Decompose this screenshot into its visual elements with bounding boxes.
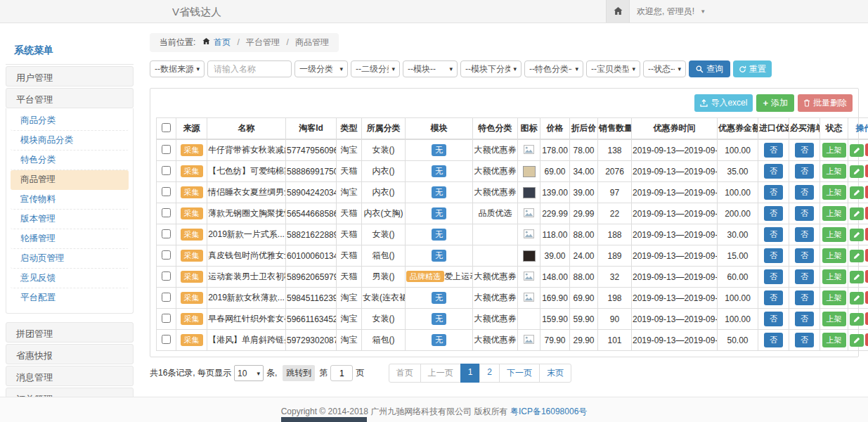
filter-select[interactable]: --特色分类--▾	[524, 60, 583, 77]
edit-button[interactable]	[850, 144, 864, 157]
must-buy-toggle[interactable]: 否	[795, 185, 814, 200]
sidebar-subitem[interactable]: 意见反馈	[11, 269, 129, 288]
batch-delete-button[interactable]: 批量删除	[798, 94, 853, 112]
import-select-toggle[interactable]: 否	[764, 248, 783, 263]
sidebar-subitem[interactable]: 轮播管理	[11, 229, 129, 249]
edit-button[interactable]	[850, 292, 864, 305]
filter-select[interactable]: --宝贝类型--▾	[586, 60, 640, 77]
status-button[interactable]: 上架	[822, 269, 846, 284]
edit-button[interactable]	[850, 271, 864, 283]
sidebar-subitem[interactable]: 商品分类	[11, 111, 129, 131]
sidebar-subitem[interactable]: 版本管理	[11, 210, 129, 229]
delete-button[interactable]	[865, 291, 868, 304]
must-buy-toggle[interactable]: 否	[795, 333, 814, 347]
filter-select[interactable]: --状态--▾	[643, 60, 686, 77]
row-checkbox[interactable]	[162, 166, 171, 175]
import-select-toggle[interactable]: 否	[764, 269, 783, 284]
row-checkbox[interactable]	[162, 229, 171, 238]
must-buy-toggle[interactable]: 否	[795, 290, 814, 305]
row-checkbox[interactable]	[162, 314, 171, 323]
edit-button[interactable]	[850, 186, 864, 199]
row-checkbox[interactable]	[162, 335, 171, 344]
status-button[interactable]: 上架	[822, 333, 846, 347]
filter-select[interactable]: --模块下分类--▾	[460, 60, 522, 77]
must-buy-toggle[interactable]: 否	[795, 312, 814, 326]
import-select-toggle[interactable]: 否	[764, 333, 783, 347]
reset-button[interactable]: 重置	[733, 60, 772, 77]
page-button[interactable]: 1	[460, 364, 481, 383]
sidebar-item[interactable]: 消息管理	[6, 366, 134, 386]
row-checkbox[interactable]	[162, 293, 171, 302]
must-buy-toggle[interactable]: 否	[795, 206, 814, 221]
status-button[interactable]: 上架	[822, 248, 846, 263]
sidebar-subitem[interactable]: 特色分类	[11, 151, 129, 170]
row-checkbox[interactable]	[162, 145, 171, 154]
import-select-toggle[interactable]: 否	[764, 143, 783, 158]
page-button[interactable]: 下一页	[499, 364, 540, 383]
filter-select[interactable]: --二级分类--▾	[351, 60, 400, 77]
filter-select[interactable]: 一级分类▾	[294, 60, 348, 77]
search-name-input[interactable]	[207, 60, 292, 77]
page-button[interactable]: 末页	[539, 364, 571, 383]
delete-button[interactable]	[865, 228, 868, 241]
edit-button[interactable]	[850, 207, 864, 220]
edit-button[interactable]	[850, 229, 864, 241]
sidebar-item[interactable]: 省惠快报	[6, 344, 134, 364]
delete-button[interactable]	[865, 186, 868, 198]
status-button[interactable]: 上架	[822, 185, 846, 200]
import-select-toggle[interactable]: 否	[764, 185, 783, 200]
edit-button[interactable]	[850, 250, 864, 262]
status-button[interactable]: 上架	[822, 164, 846, 179]
status-button[interactable]: 上架	[822, 206, 846, 221]
delete-button[interactable]	[865, 312, 868, 325]
status-button[interactable]: 上架	[822, 227, 846, 242]
status-button[interactable]: 上架	[822, 312, 846, 326]
delete-button[interactable]	[865, 207, 868, 219]
row-checkbox[interactable]	[162, 208, 171, 217]
import-select-toggle[interactable]: 否	[764, 312, 783, 326]
add-button[interactable]: + 添加	[756, 94, 794, 112]
must-buy-toggle[interactable]: 否	[795, 227, 814, 242]
delete-button[interactable]	[865, 270, 868, 283]
status-button[interactable]: 上架	[822, 290, 846, 305]
filter-select[interactable]: --模块--▾	[403, 60, 458, 77]
delete-button[interactable]	[865, 333, 868, 346]
page-button[interactable]: 上一页	[420, 364, 461, 383]
sidebar-item[interactable]: 拼团管理	[6, 322, 134, 343]
row-checkbox[interactable]	[162, 271, 171, 281]
must-buy-toggle[interactable]: 否	[795, 269, 814, 284]
select-all-checkbox[interactable]	[162, 123, 171, 132]
user-menu[interactable]: 欢迎您, 管理员! ▼	[637, 0, 706, 23]
edit-button[interactable]	[850, 313, 864, 326]
page-button[interactable]: 2	[479, 364, 500, 383]
icp-link[interactable]: 粤ICP备16098006号	[510, 407, 587, 416]
edit-button[interactable]	[850, 165, 864, 178]
edit-button[interactable]	[850, 334, 864, 347]
import-excel-button[interactable]: 导入excel	[694, 94, 753, 112]
status-button[interactable]: 上架	[822, 143, 846, 158]
sidebar-subitem[interactable]: 启动页管理	[11, 249, 129, 269]
import-select-toggle[interactable]: 否	[764, 164, 783, 179]
must-buy-toggle[interactable]: 否	[795, 248, 814, 263]
page-button[interactable]: 首页	[389, 364, 421, 383]
jump-page-input[interactable]	[330, 365, 353, 381]
per-page-select[interactable]: 10 ▾	[234, 365, 264, 381]
sidebar-subitem[interactable]: 平台配置	[11, 288, 129, 307]
import-select-toggle[interactable]: 否	[764, 227, 783, 242]
jump-button[interactable]: 跳转到	[283, 365, 315, 381]
delete-button[interactable]	[865, 165, 868, 177]
row-checkbox[interactable]	[162, 250, 171, 260]
sidebar-subitem[interactable]: 宣传物料	[11, 190, 129, 210]
delete-button[interactable]	[865, 143, 868, 156]
row-checkbox[interactable]	[162, 187, 171, 196]
sidebar-subitem[interactable]: 商品管理	[11, 170, 129, 190]
must-buy-toggle[interactable]: 否	[795, 143, 814, 158]
import-select-toggle[interactable]: 否	[764, 290, 783, 305]
home-button[interactable]	[606, 0, 630, 23]
search-button[interactable]: 查询	[689, 60, 730, 77]
delete-button[interactable]	[865, 249, 868, 262]
sidebar-item[interactable]: 平台管理	[6, 88, 134, 108]
filter-select[interactable]: --数据来源--▾	[150, 60, 205, 77]
must-buy-toggle[interactable]: 否	[795, 164, 814, 179]
sidebar-item[interactable]: 用户管理	[6, 66, 134, 87]
